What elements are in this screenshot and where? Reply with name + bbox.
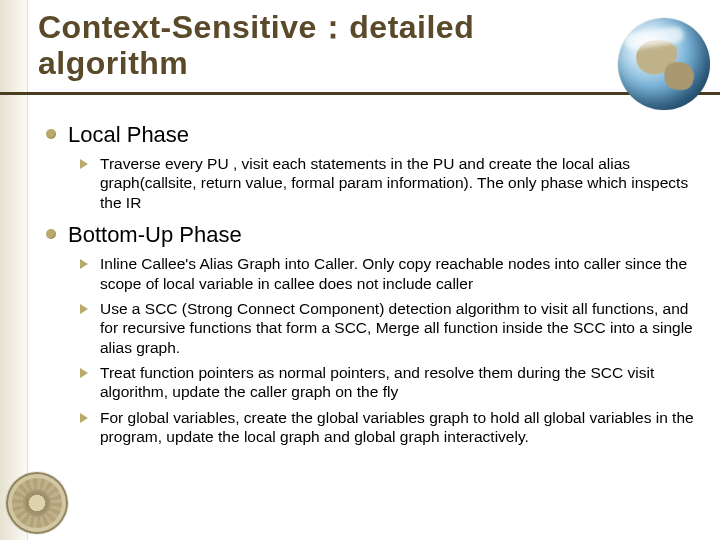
list-item-text: For global variables, create the global … (100, 408, 696, 447)
list-item: For global variables, create the global … (80, 408, 696, 447)
list-item-text: Use a SCC (Strong Connect Component) det… (100, 299, 696, 357)
list-item: Inline Callee's Alias Graph into Caller.… (80, 254, 696, 293)
bullet-triangle-icon (80, 413, 88, 423)
bullet-triangle-icon (80, 304, 88, 314)
content-area: Local Phase Traverse every PU , visit ea… (46, 122, 696, 457)
section-heading: Local Phase (68, 122, 189, 148)
slide-title: Context-Sensitive：detailed algorithm (38, 10, 600, 82)
bullet-dot-icon (46, 229, 56, 239)
list-item: Use a SCC (Strong Connect Component) det… (80, 299, 696, 357)
bullet-triangle-icon (80, 368, 88, 378)
list-item-text: Inline Callee's Alias Graph into Caller.… (100, 254, 696, 293)
globe-icon (618, 18, 710, 110)
list-item: Traverse every PU , visit each statement… (80, 154, 696, 212)
bullet-triangle-icon (80, 259, 88, 269)
section-heading: Bottom-Up Phase (68, 222, 242, 248)
list-item-text: Treat function pointers as normal pointe… (100, 363, 696, 402)
section-local-phase: Local Phase Traverse every PU , visit ea… (46, 122, 696, 212)
list-item: Treat function pointers as normal pointe… (80, 363, 696, 402)
left-accent-bar (0, 0, 28, 540)
section-bottom-up-phase: Bottom-Up Phase Inline Callee's Alias Gr… (46, 222, 696, 446)
list-item-text: Traverse every PU , visit each statement… (100, 154, 696, 212)
bullet-dot-icon (46, 129, 56, 139)
title-area: Context-Sensitive：detailed algorithm (38, 10, 600, 82)
bullet-triangle-icon (80, 159, 88, 169)
title-underline (0, 92, 720, 95)
seal-icon (6, 472, 68, 534)
